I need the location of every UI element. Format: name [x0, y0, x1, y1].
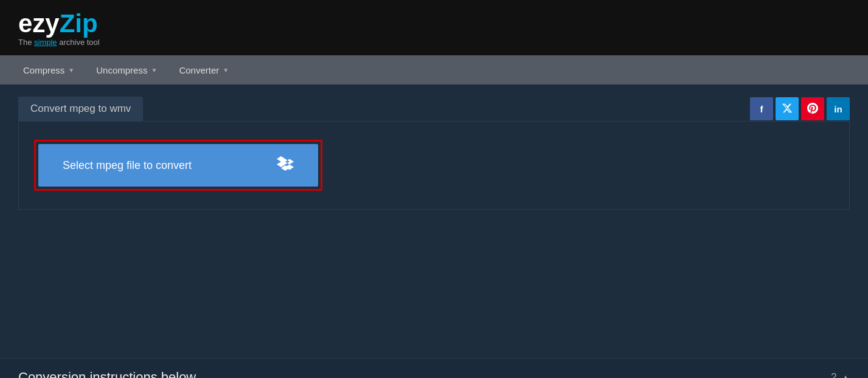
tab-header: Convert mpeg to wmv f in — [18, 97, 850, 121]
nav-converter-arrow: ▼ — [223, 67, 229, 74]
tagline-pre: The — [18, 38, 34, 47]
nav-converter-label: Converter — [179, 65, 219, 75]
main-content: Convert mpeg to wmv f in — [0, 84, 868, 358]
linkedin-button[interactable]: in — [827, 97, 850, 120]
logo-text: ezyZip — [18, 11, 100, 36]
facebook-button[interactable]: f — [750, 97, 773, 120]
nav-compress-label: Compress — [23, 65, 64, 75]
file-select-highlight: Select mpeg file to convert — [34, 140, 322, 191]
instructions-controls: ? ▲ — [831, 372, 850, 378]
linkedin-icon: in — [834, 104, 842, 114]
tagline-simple: simple — [34, 38, 57, 47]
file-select-button[interactable]: Select mpeg file to convert — [38, 144, 318, 187]
logo-tagline: The simple archive tool — [18, 38, 100, 47]
tab-title: Convert mpeg to wmv — [18, 97, 143, 121]
twitter-button[interactable] — [776, 97, 799, 120]
nav-compress-arrow: ▼ — [68, 67, 74, 74]
chevron-up-icon: ▲ — [841, 373, 850, 378]
navigation: Compress ▼ Uncompress ▼ Converter ▼ — [0, 55, 868, 84]
nav-uncompress-label: Uncompress — [96, 65, 147, 75]
facebook-icon: f — [760, 104, 763, 114]
logo-zip: Zip — [60, 9, 98, 38]
header: ezyZip The simple archive tool — [0, 0, 868, 55]
nav-converter[interactable]: Converter ▼ — [168, 55, 240, 84]
tagline-post: archive tool — [57, 38, 100, 47]
logo: ezyZip The simple archive tool — [18, 11, 100, 47]
instructions-title: Conversion instructions below — [18, 369, 196, 378]
instructions-bar: Conversion instructions below ? ▲ — [0, 358, 868, 378]
nav-compress[interactable]: Compress ▼ — [12, 55, 85, 84]
logo-ezy: ezy — [18, 9, 60, 38]
nav-uncompress[interactable]: Uncompress ▼ — [85, 55, 168, 84]
pinterest-icon — [807, 103, 818, 115]
pinterest-button[interactable] — [801, 97, 824, 120]
file-select-label: Select mpeg file to convert — [63, 159, 192, 172]
question-mark-icon: ? — [831, 372, 836, 378]
nav-uncompress-arrow: ▼ — [151, 67, 157, 74]
social-buttons: f in — [750, 97, 850, 120]
twitter-icon — [782, 103, 793, 115]
dropbox-icon — [277, 155, 294, 176]
content-area: Select mpeg file to convert — [18, 121, 850, 210]
